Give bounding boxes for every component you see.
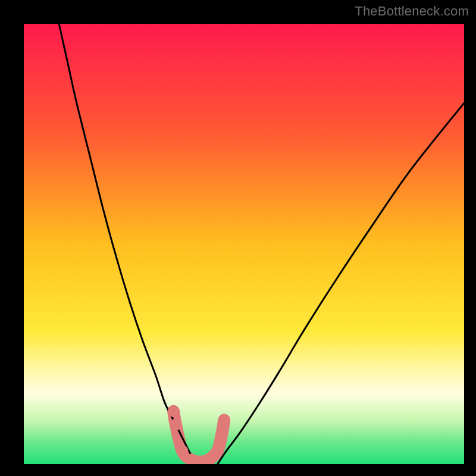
curve-right [218,103,464,464]
curves-svg [24,24,464,464]
valley-marker-dot [212,445,224,457]
watermark-text: TheBottleneck.com [355,4,469,19]
curve-left [59,24,195,464]
valley-marker-dot [218,414,230,426]
valley-marker-dot [216,427,228,439]
valley-marker-dot [168,405,180,417]
chart-plot-area [24,24,464,464]
valley-marker-dot [170,418,181,430]
chart-frame: TheBottleneck.com [0,0,476,476]
valley-marker-dot [176,445,188,457]
